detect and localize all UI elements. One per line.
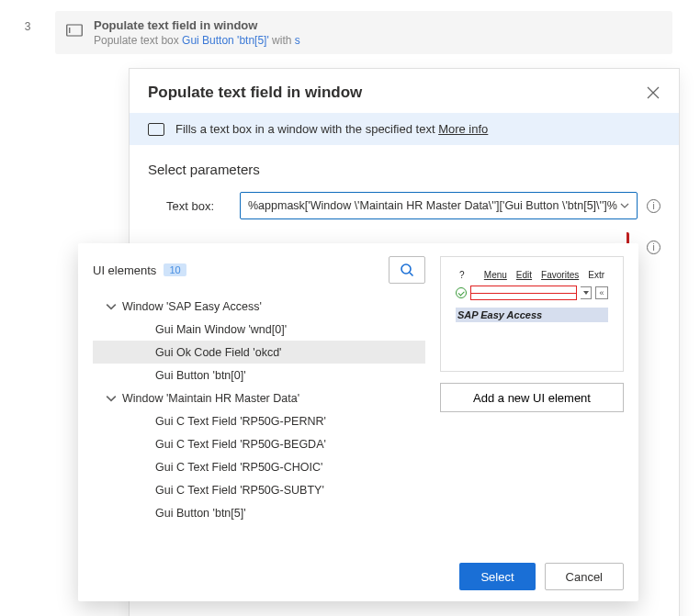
param-row-textbox: Text box: %appmask['Window \'Maintain HR… — [130, 186, 679, 232]
preview-menu-item: Favorites — [541, 270, 579, 280]
tree-item-label: Gui C Text Field 'RP50G-BEGDA' — [155, 438, 326, 451]
chevron-down-icon — [106, 393, 117, 404]
tree-item-label: Window 'SAP Easy Access' — [122, 300, 262, 313]
tree-item-label: Gui C Text Field 'RP50G-PERNR' — [155, 415, 326, 428]
tree-leaf[interactable]: Gui C Text Field 'RP50G-PERNR' — [93, 409, 425, 432]
tree-item-label: Gui Ok Code Field 'okcd' — [155, 346, 281, 359]
textbox-value: %appmask['Window \'Maintain HR Master Da… — [248, 199, 617, 212]
tree-item-label: Gui C Text Field 'RP50G-SUBTY' — [155, 484, 324, 497]
preview-highlight-box — [470, 286, 577, 300]
check-icon — [456, 287, 467, 298]
dialog-header: Populate text field in window — [130, 69, 679, 113]
picker-footer: Select Cancel — [78, 552, 638, 601]
dialog-title: Populate text field in window — [148, 84, 362, 102]
info-icon[interactable]: i — [647, 241, 660, 254]
tree-leaf[interactable]: Gui Ok Code Field 'okcd' — [93, 341, 425, 364]
close-icon[interactable] — [646, 85, 660, 100]
preview-field-row: « — [456, 284, 608, 302]
preview-marker: ? — [459, 270, 465, 280]
tree-item-label: Gui Button 'btn[0]' — [155, 369, 246, 382]
textfield-icon — [66, 22, 83, 39]
step-subtitle: Populate text box Gui Button 'btn[5]' wi… — [94, 34, 300, 47]
cancel-button[interactable]: Cancel — [545, 563, 624, 590]
tree-leaf[interactable]: Gui Main Window 'wnd[0]' — [93, 318, 425, 341]
preview-menu-item: Extr — [588, 270, 604, 280]
tree-leaf[interactable]: Gui Button 'btn[0]' — [93, 364, 425, 386]
info-banner: Fills a text box in a window with the sp… — [130, 113, 679, 145]
tree-group[interactable]: Window 'SAP Easy Access' — [93, 295, 425, 318]
add-ui-element-button[interactable]: Add a new UI element — [440, 383, 624, 412]
tree-group[interactable]: Window 'Maintain HR Master Data' — [93, 386, 425, 409]
section-label: Select parameters — [130, 145, 679, 186]
textfield-small-icon — [148, 123, 164, 136]
select-button[interactable]: Select — [459, 563, 535, 590]
dropdown-arrow-icon — [581, 286, 592, 299]
more-info-link[interactable]: More info — [438, 122, 488, 136]
collapse-btn: « — [595, 286, 608, 299]
tree-leaf[interactable]: Gui Button 'btn[5]' — [93, 501, 425, 524]
step-sub-link[interactable]: Gui Button 'btn[5]' — [182, 34, 269, 47]
svg-marker-12 — [583, 291, 589, 295]
search-button[interactable] — [389, 256, 425, 284]
textbox-label: Text box: — [166, 199, 225, 213]
step-sub-link2[interactable]: s — [295, 34, 300, 47]
textbox-combo[interactable]: %appmask['Window \'Maintain HR Master Da… — [240, 192, 638, 219]
step-text: Populate text field in window Populate t… — [94, 18, 300, 47]
tree-item-label: Gui Main Window 'wnd[0]' — [155, 323, 287, 336]
step-number: 3 — [0, 11, 55, 33]
info-icon[interactable]: i — [647, 199, 660, 213]
chevron-down-icon — [620, 201, 629, 210]
preview-box: ? Menu Edit Favorites Extr « S — [440, 256, 624, 372]
tree-item-label: Gui C Text Field 'RP50G-CHOIC' — [155, 461, 322, 474]
count-badge: 10 — [164, 263, 186, 276]
tree-item-label: Gui Button 'btn[5]' — [155, 507, 246, 520]
ui-elements-picker: UI elements 10 Window 'SAP Easy Access'G… — [78, 243, 638, 601]
search-icon — [400, 263, 414, 277]
ui-element-tree: Window 'SAP Easy Access'Gui Main Window … — [93, 295, 425, 524]
preview-menu-item: Edit — [516, 270, 532, 280]
tree-leaf[interactable]: Gui C Text Field 'RP50G-CHOIC' — [93, 455, 425, 478]
tree-item-label: Window 'Maintain HR Master Data' — [122, 392, 299, 405]
svg-point-10 — [401, 264, 411, 274]
svg-line-11 — [410, 273, 413, 276]
tree-leaf[interactable]: Gui C Text Field 'RP50G-SUBTY' — [93, 478, 425, 501]
step-title: Populate text field in window — [94, 18, 300, 32]
preview-menu: ? Menu Edit Favorites Extr — [456, 268, 608, 284]
preview-menu-item: Menu — [484, 270, 507, 280]
banner-text: Fills a text box in a window with the sp… — [175, 122, 488, 136]
chevron-down-icon — [106, 301, 117, 312]
step-row: 3 Populate text field in window Populate… — [0, 11, 700, 54]
step-card[interactable]: Populate text field in window Populate t… — [55, 11, 672, 54]
preview-window-title: SAP Easy Access — [456, 308, 608, 322]
picker-title: UI elements 10 — [93, 263, 186, 277]
tree-leaf[interactable]: Gui C Text Field 'RP50G-BEGDA' — [93, 432, 425, 455]
